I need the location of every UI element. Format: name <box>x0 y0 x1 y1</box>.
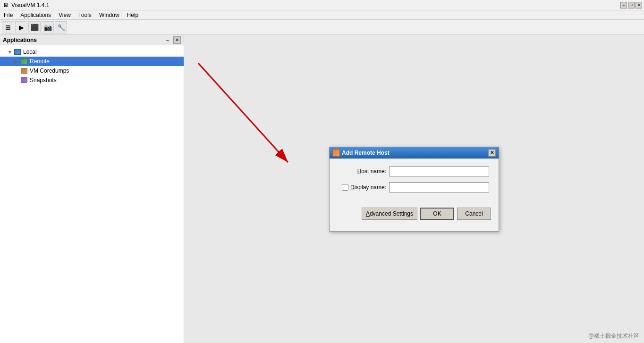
toolbar-btn-2[interactable]: ⬛ <box>28 21 41 33</box>
dialog-titlebar: Add Remote Host ✕ <box>330 147 499 159</box>
tree-label-remote: Remote <box>30 58 50 65</box>
expand-icon-local: ▼ <box>8 50 13 55</box>
menu-tools[interactable]: Tools <box>76 11 93 19</box>
tree-label-snapshots: Snapshots <box>30 77 57 84</box>
tree-item-local[interactable]: ▼ Local <box>0 47 184 57</box>
toolbar-btn-3[interactable]: 📷 <box>42 21 54 33</box>
display-name-checkbox[interactable] <box>342 184 348 191</box>
add-remote-host-dialog: Add Remote Host ✕ Host name: <box>329 147 499 232</box>
ok-button[interactable]: OK <box>420 208 454 220</box>
tree-label-local: Local <box>23 49 37 55</box>
sidebar-tree: ▼ Local ▶ Remote VM Coredumps Snapshots <box>0 45 184 343</box>
coredumps-icon <box>20 67 28 75</box>
maximize-button[interactable]: □ <box>628 2 635 8</box>
host-name-row: Host name: <box>339 166 489 176</box>
display-name-label: Display name: <box>350 184 386 191</box>
panel-close-button[interactable]: ✕ <box>173 36 181 44</box>
cancel-button[interactable]: Cancel <box>457 208 491 220</box>
toolbar-btn-4[interactable]: 🔧 <box>55 21 67 33</box>
dialog-buttons: Advanced Settings OK Cancel <box>330 204 499 226</box>
sidebar: Applications – ✕ ▼ Local ▶ Remote VM Cor… <box>0 35 184 343</box>
app-icon: 🖥 <box>2 1 9 9</box>
tree-item-coredumps[interactable]: VM Coredumps <box>0 66 184 75</box>
remote-icon <box>20 58 28 65</box>
minimize-button[interactable]: – <box>620 2 627 8</box>
tree-item-snapshots[interactable]: Snapshots <box>0 75 184 85</box>
local-icon <box>13 48 22 56</box>
menu-bar: File Applications View Tools Window Help <box>0 10 644 20</box>
dialog-title: Add Remote Host <box>342 150 486 156</box>
close-button[interactable]: ✕ <box>636 2 642 8</box>
host-name-input[interactable] <box>389 166 489 176</box>
dialog-content: Host name: Display name: <box>330 159 499 204</box>
panel-title: Applications <box>3 37 162 43</box>
window-controls: – □ ✕ <box>620 2 642 8</box>
title-text: VisualVM 1.4.1 <box>11 2 620 8</box>
tree-label-coredumps: VM Coredumps <box>30 67 69 74</box>
menu-applications[interactable]: Applications <box>18 11 53 19</box>
menu-help[interactable]: Help <box>125 11 141 19</box>
content-area: Add Remote Host ✕ Host name: <box>184 35 644 343</box>
title-bar: 🖥 VisualVM 1.4.1 – □ ✕ <box>0 0 644 10</box>
advanced-settings-button[interactable]: Advanced Settings <box>362 208 417 220</box>
expand-icon-remote: ▶ <box>14 59 20 64</box>
host-name-label: Host name: <box>339 168 386 175</box>
menu-window[interactable]: Window <box>97 11 121 19</box>
dialog-overlay: Add Remote Host ✕ Host name: <box>184 35 644 343</box>
toolbar-btn-1[interactable]: ▶ <box>15 21 27 33</box>
menu-file[interactable]: File <box>2 11 15 19</box>
toolbar-btn-0[interactable]: ⊞ <box>2 21 14 33</box>
menu-view[interactable]: View <box>57 11 73 19</box>
tree-item-remote[interactable]: ▶ Remote <box>0 57 184 66</box>
main-layout: Applications – ✕ ▼ Local ▶ Remote VM Cor… <box>0 35 644 343</box>
toolbar: ⊞ ▶ ⬛ 📷 🔧 <box>0 20 644 35</box>
display-name-input[interactable] <box>389 182 489 192</box>
display-name-row: Display name: <box>339 182 489 192</box>
display-name-label-wrapper: Display name: <box>339 184 386 191</box>
dialog-app-icon <box>332 149 340 157</box>
snapshots-icon <box>20 76 28 84</box>
sidebar-header: Applications – ✕ <box>0 35 184 45</box>
panel-minimize-button[interactable]: – <box>164 36 171 44</box>
dialog-close-button[interactable]: ✕ <box>488 149 496 157</box>
